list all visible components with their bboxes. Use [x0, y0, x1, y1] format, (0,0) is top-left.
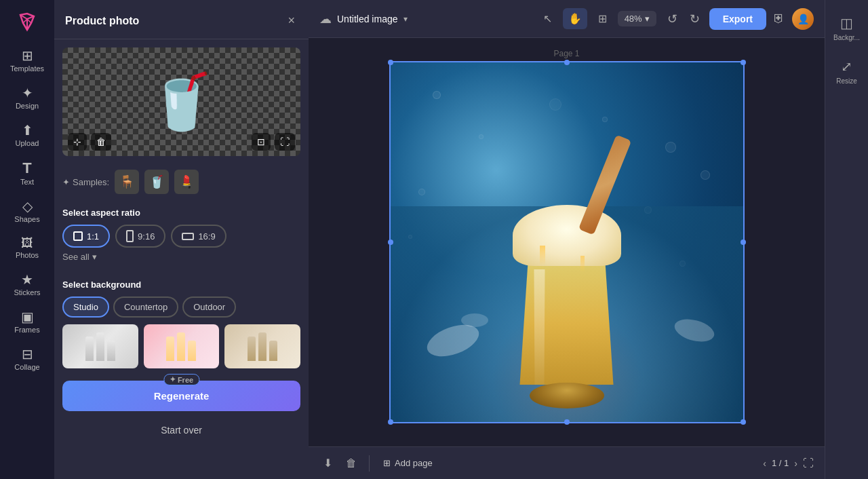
sidebar-item-design[interactable]: ✦ Design — [4, 81, 50, 115]
preview-delete-btn[interactable]: 🗑 — [91, 133, 111, 151]
sidebar-item-upload[interactable]: ⬆ Upload — [4, 118, 50, 153]
preview-actions-right: ⊡ ⛶ — [252, 133, 295, 151]
zoom-value: 48% — [625, 14, 642, 24]
stickers-icon: ★ — [21, 273, 33, 286]
sample-thumb-lipstick[interactable]: 💄 — [174, 170, 199, 194]
file-chevron-icon: ▾ — [403, 14, 408, 24]
drip-right — [580, 256, 585, 273]
bg-thumb-1-inner — [62, 324, 138, 368]
sidebar-item-photos[interactable]: 🖼 Photos — [4, 231, 50, 265]
design-icon: ✦ — [22, 86, 33, 100]
sidebar-item-stickers-label: Stickers — [14, 288, 40, 296]
cloud-icon: ☁ — [319, 12, 332, 26]
save-icon-button[interactable]: ⬇ — [319, 454, 336, 472]
next-page-button[interactable]: › — [794, 458, 797, 469]
resize-handle-tr[interactable] — [741, 60, 746, 65]
shield-icon[interactable]: ⛨ — [773, 12, 785, 26]
bg-thumb-1[interactable] — [62, 324, 138, 368]
sidebar-item-photos-label: Photos — [16, 251, 39, 259]
ratio-icon-landscape — [182, 233, 194, 240]
sidebar-item-text[interactable]: T Text — [4, 155, 50, 191]
background-panel-icon: ◫ — [840, 15, 853, 31]
resize-handle-lm[interactable] — [388, 240, 393, 245]
sidebar-item-shapes[interactable]: ◇ Shapes — [4, 194, 50, 229]
icon-sidebar: ⊞ Templates ✦ Design ⬆ Upload T Text ◇ S… — [0, 0, 54, 479]
close-button[interactable]: × — [285, 11, 298, 31]
right-sidebar: ◫ Backgr... ⤢ Resize — [825, 0, 868, 479]
ratio-buttons: 1:1 9:16 16:9 — [62, 225, 300, 248]
bottom-divider — [369, 455, 370, 472]
glass-reflection — [533, 269, 547, 385]
see-all-button[interactable]: See all ▾ — [62, 248, 97, 266]
resize-handle-bl[interactable] — [388, 419, 393, 425]
preview-expand-btn[interactable]: ⛶ — [275, 133, 295, 151]
regenerate-button[interactable]: ✦ Free Regenerate — [62, 381, 300, 411]
preview-select-btn[interactable]: ⊹ — [68, 133, 87, 151]
sidebar-item-templates[interactable]: ⊞ Templates — [4, 43, 50, 78]
sidebar-item-design-label: Design — [16, 102, 39, 110]
right-tool-resize[interactable]: ⤢ Resize — [828, 52, 866, 92]
bg-thumb-2[interactable] — [144, 324, 220, 368]
samples-label: ✦ Samples: — [62, 177, 109, 187]
bubble — [549, 98, 561, 111]
background-title: Select background — [62, 280, 300, 290]
ratio-btn-9-16[interactable]: 9:16 — [115, 225, 165, 248]
resize-handle-br[interactable] — [741, 419, 746, 425]
preview-crop-btn[interactable]: ⊡ — [252, 133, 271, 151]
toolbar-right: ↺ ↻ Export ⛨ 👤 — [665, 8, 814, 30]
fullscreen-button[interactable]: ⛶ — [803, 457, 814, 470]
background-panel-label: Backgr... — [833, 34, 860, 42]
sample-thumb-drink[interactable]: 🥤 — [144, 170, 169, 194]
sidebar-item-upload-label: Upload — [16, 139, 39, 147]
ratio-btn-1-1[interactable]: 1:1 — [62, 225, 110, 248]
panel-header: Product photo × — [54, 0, 309, 39]
layout-button[interactable]: ⊞ — [593, 8, 612, 29]
select-tool-button[interactable]: ↖ — [538, 8, 557, 29]
templates-icon: ⊞ — [22, 49, 33, 62]
add-page-icon: ⊞ — [383, 458, 391, 468]
ratio-btn-16-9[interactable]: 16:9 — [171, 225, 226, 248]
redo-button[interactable]: ↻ — [687, 9, 703, 29]
action-section: ✦ Free Regenerate Start over — [54, 374, 309, 451]
resize-handle-rm[interactable] — [741, 240, 746, 245]
frames-icon: ▣ — [21, 310, 34, 324]
panel: Product photo × 🥤 ⊹ 🗑 ⊡ ⛶ ✦ Samples: 🪑 🥤… — [54, 0, 309, 479]
canvas-area[interactable]: Page 1 — [309, 38, 825, 446]
avatar[interactable]: 👤 — [792, 8, 814, 30]
ratio-icon-square — [73, 231, 83, 241]
bg-tab-studio[interactable]: Studio — [62, 296, 109, 318]
bg-tab-outdoor[interactable]: Outdoor — [182, 296, 236, 318]
start-over-button[interactable]: Start over — [62, 417, 300, 444]
background-section: Select background Studio Countertop Outd… — [54, 271, 309, 374]
hand-tool-button[interactable]: ✋ — [563, 8, 587, 29]
app-logo[interactable] — [12, 7, 42, 37]
resize-handle-tl[interactable] — [388, 60, 393, 65]
bg-tab-countertop[interactable]: Countertop — [113, 296, 178, 318]
background-tabs: Studio Countertop Outdoor — [62, 296, 300, 318]
sidebar-item-text-label: Text — [20, 178, 34, 186]
preview-image: 🥤 — [148, 70, 216, 134]
bg-thumb-3[interactable] — [224, 324, 300, 368]
drip-left — [540, 246, 545, 266]
sample-thumb-chair[interactable]: 🪑 — [115, 170, 139, 194]
collage-icon: ⊟ — [22, 347, 33, 361]
sidebar-item-collage[interactable]: ⊟ Collage — [4, 342, 50, 377]
right-tool-background[interactable]: ◫ Backgr... — [828, 8, 866, 49]
canvas-frame — [389, 61, 745, 423]
sidebar-item-frames[interactable]: ▣ Frames — [4, 305, 50, 339]
zoom-control[interactable]: 48% ▾ — [618, 11, 656, 26]
undo-button[interactable]: ↺ — [665, 9, 680, 29]
export-button[interactable]: Export — [709, 8, 766, 30]
zoom-chevron-icon: ▾ — [645, 14, 650, 24]
add-page-button[interactable]: ⊞ Add page — [378, 455, 438, 471]
trash-icon-button[interactable]: 🗑 — [342, 455, 361, 472]
bubble — [665, 142, 676, 153]
ratio-icon-portrait — [126, 230, 134, 242]
resize-handle-tm[interactable] — [564, 60, 570, 65]
bubble — [479, 134, 484, 139]
sidebar-item-stickers[interactable]: ★ Stickers — [4, 267, 50, 302]
resize-handle-bm[interactable] — [564, 419, 570, 425]
sidebar-item-templates-label: Templates — [10, 64, 44, 73]
preview-actions-left: ⊹ 🗑 — [68, 133, 111, 151]
prev-page-button[interactable]: ‹ — [763, 458, 766, 469]
